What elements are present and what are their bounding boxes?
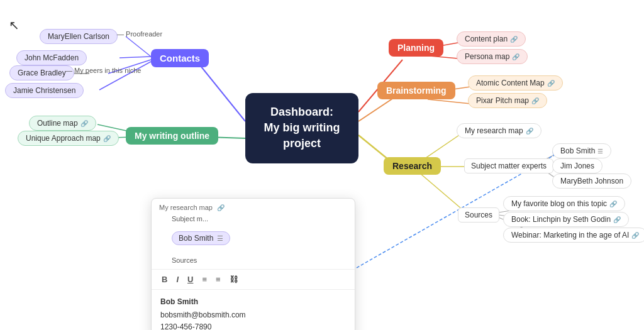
link-icon: 🔗 bbox=[510, 36, 518, 43]
toolbar-bold[interactable]: B bbox=[159, 273, 170, 285]
contacts-node[interactable]: Contacts bbox=[151, 49, 209, 67]
link-icon: 🔗 bbox=[103, 135, 111, 142]
planning-node[interactable]: Planning bbox=[389, 39, 443, 57]
persona-map[interactable]: Persona map 🔗 bbox=[457, 49, 528, 64]
toolbar-underline[interactable]: U bbox=[185, 273, 196, 285]
outline-node[interactable]: My writing outline bbox=[126, 127, 218, 145]
sources-node[interactable]: Sources bbox=[458, 207, 499, 223]
link-icon: 🔗 bbox=[613, 216, 621, 223]
link-icon: 🔗 bbox=[609, 201, 617, 207]
popup-card: My research map 🔗 Subject m... Bob Smith… bbox=[151, 198, 355, 330]
contact-jamie[interactable]: Jamie Christensen bbox=[5, 83, 84, 98]
svg-line-0 bbox=[198, 63, 245, 121]
source-webinar[interactable]: Webinar: Marketing in the age of AI 🔗 bbox=[503, 228, 644, 243]
toolbar-list-unordered[interactable]: ≡ bbox=[199, 273, 209, 285]
popup-email: bobsmith@bobsmith.com bbox=[160, 309, 346, 321]
link-icon: 🔗 bbox=[512, 53, 519, 60]
popup-sources-label: Sources bbox=[172, 256, 347, 264]
expert-marybeth[interactable]: MaryBeth Johnson bbox=[552, 173, 631, 189]
link-icon: 🔗 bbox=[531, 97, 539, 104]
cursor: ↖ bbox=[9, 18, 19, 33]
unique-approach-map[interactable]: Unique Approach map 🔗 bbox=[18, 131, 119, 146]
popup-node-menu: ☰ bbox=[217, 234, 223, 243]
research-node[interactable]: Research bbox=[384, 157, 441, 175]
popup-bob-smith-node[interactable]: Bob Smith ☰ bbox=[172, 231, 230, 245]
role-peers: — My peers in this niche bbox=[63, 65, 143, 75]
popup-subject-label: Subject m... bbox=[172, 215, 347, 223]
contact-john[interactable]: John McFadden bbox=[16, 50, 87, 65]
svg-line-6 bbox=[119, 57, 151, 58]
popup-toolbar: B I U ≡ ≡ ⛓ bbox=[152, 270, 355, 290]
content-plan[interactable]: Content plan 🔗 bbox=[457, 31, 526, 47]
popup-name: Bob Smith bbox=[160, 296, 346, 308]
svg-line-3 bbox=[358, 97, 394, 121]
role-proofreader: — Proofreader bbox=[114, 29, 165, 39]
subject-matter-experts[interactable]: Subject matter experts bbox=[464, 158, 553, 173]
atomic-content-map[interactable]: Atomic Content Map 🔗 bbox=[468, 75, 563, 91]
contact-maryellen[interactable]: MaryEllen Carlson bbox=[40, 29, 118, 44]
menu-icon: ☰ bbox=[597, 148, 603, 155]
popup-content[interactable]: Bob Smith bobsmith@bobsmith.com 1230-456… bbox=[152, 290, 355, 330]
link-icon: 🔗 bbox=[526, 128, 533, 135]
brainstorming-node[interactable]: Brainstorming bbox=[377, 82, 455, 99]
popup-node-text: Bob Smith bbox=[179, 234, 213, 243]
link-icon: 🔗 bbox=[547, 80, 555, 87]
toolbar-list-ordered[interactable]: ≡ bbox=[213, 273, 223, 285]
source-blog[interactable]: My favorite blog on this topic 🔗 bbox=[503, 196, 625, 211]
svg-line-5 bbox=[126, 36, 151, 57]
source-book[interactable]: Book: Linchpin by Seth Godin 🔗 bbox=[503, 212, 629, 227]
svg-line-16 bbox=[428, 99, 470, 104]
popup-phone: 1230-456-7890 bbox=[160, 321, 346, 330]
center-node: Dashboard:My big writingproject bbox=[245, 93, 358, 163]
link-icon-popup: 🔗 bbox=[217, 204, 225, 211]
expert-jim[interactable]: Jim Jones bbox=[552, 158, 602, 173]
link-icon: 🔗 bbox=[631, 232, 639, 239]
expert-bob[interactable]: Bob Smith ☰ bbox=[552, 143, 611, 158]
pixar-pitch-map[interactable]: Pixar Pitch map 🔗 bbox=[468, 93, 547, 108]
outline-map[interactable]: Outline map 🔗 bbox=[29, 116, 96, 131]
popup-mindmap-mini: My research map 🔗 Subject m... Bob Smith… bbox=[152, 199, 355, 270]
link-icon: 🔗 bbox=[80, 120, 88, 127]
toolbar-italic[interactable]: I bbox=[174, 273, 181, 285]
popup-research-map-label: My research map 🔗 bbox=[159, 204, 225, 211]
toolbar-link[interactable]: ⛓ bbox=[227, 273, 240, 285]
my-research-map[interactable]: My research map 🔗 bbox=[457, 123, 541, 138]
